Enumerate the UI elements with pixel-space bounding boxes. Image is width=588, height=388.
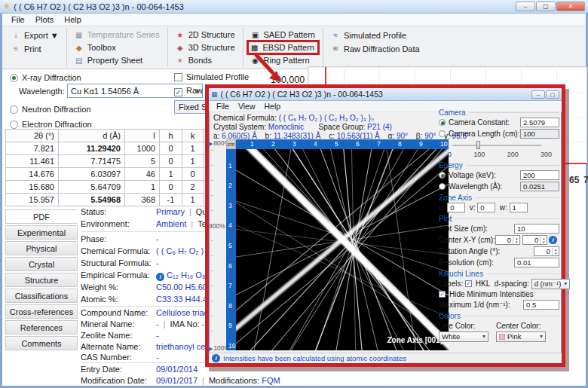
popup-crystal-info: Chemical Formula: ( ( C₆ H₇ O₂ ) ( C₂ H₃…	[209, 112, 435, 139]
column-header[interactable]: h	[160, 130, 182, 142]
popup-minimize-button[interactable]: ‒	[531, 90, 545, 99]
center-x-stepper[interactable]: 0▴▾	[495, 235, 520, 245]
radio-icon[interactable]	[439, 119, 446, 126]
ruler-tick: 4	[314, 140, 317, 148]
wavelength-value: Cu Kα1 1.54056 Å	[71, 87, 139, 96]
tab-physical[interactable]: Physical	[5, 241, 78, 255]
ebsd-wavelength-input[interactable]: 0.0251	[520, 182, 559, 191]
tab-pdf[interactable]: PDF	[5, 209, 78, 224]
ruler-tick: 10	[228, 342, 235, 350]
xray-diffraction-label: X-ray Diffraction	[22, 73, 81, 82]
w-label: w:	[500, 203, 507, 212]
camera-length-label: Camera Length (cm):	[449, 130, 519, 138]
popup-menu-help[interactable]: Help	[260, 102, 286, 111]
annotation-arrow	[250, 51, 290, 87]
field-label: Empirical Formula:	[81, 270, 156, 280]
center-color-value: Pink	[507, 332, 521, 341]
checkbox-icon	[174, 73, 182, 81]
plot-size-input[interactable]: 10	[514, 224, 559, 234]
menu-plots[interactable]: Plots	[30, 14, 59, 25]
tab-references[interactable]: References	[5, 320, 78, 335]
center-y-stepper[interactable]: 0▴▾	[522, 235, 547, 245]
property-sheet-button[interactable]: ▤ Property Sheet	[72, 54, 162, 66]
electron-diffraction-radio[interactable]: Electron Diffraction	[10, 120, 92, 129]
camera-constant-input[interactable]: 2.5079	[520, 118, 559, 127]
ruler-tick: 2	[228, 182, 232, 189]
table-row[interactable]: 11.4617.71475501	[6, 155, 212, 168]
neutron-diffraction-radio[interactable]: Neutron Diffraction	[10, 105, 91, 114]
temperature-series-button: ▦ Temperature Series	[72, 29, 162, 41]
hkl-checkbox[interactable]	[465, 280, 472, 287]
simulated-profile-checkbox[interactable]: Simulated Profile	[174, 72, 249, 81]
column-header[interactable]: I	[125, 130, 160, 142]
slider-handle[interactable]	[476, 141, 480, 149]
ima-label: IMA No:	[170, 319, 200, 328]
info-icon: i	[212, 354, 220, 362]
column-header[interactable]: k	[182, 130, 204, 142]
voltage-input[interactable]: 200	[520, 170, 559, 180]
export-button[interactable]: ↓ Export ▼	[9, 29, 61, 41]
simulated-profile-button[interactable]: ≈ Simulated Profile	[329, 29, 422, 41]
kikuchi-pattern-plot[interactable]: Zone Axis [001]	[236, 149, 449, 350]
zoom-scale-line	[211, 150, 213, 341]
toolbox-button[interactable]: ◆ Toolbox	[72, 41, 162, 53]
ruler-tick: 3	[228, 202, 232, 209]
info-icon[interactable]: i	[156, 273, 164, 281]
tab-comments[interactable]: Comments	[5, 336, 78, 350]
spinner-arrows-icon[interactable]: ▴▾	[513, 237, 519, 244]
field-weight-percent: Weight %:C50.00 H5.60 O	[81, 283, 216, 294]
table-row[interactable]: 15.9575.54968368-11	[6, 194, 212, 206]
raw-diffraction-button[interactable]: ≋ Raw Diffraction Data	[329, 42, 422, 55]
line-color-select[interactable]: White▾	[439, 331, 488, 342]
temperature-series-icon: ▦	[75, 31, 84, 39]
table-row[interactable]: 15.6805.64709102	[6, 181, 212, 194]
info-icon[interactable]: i	[549, 236, 557, 244]
resolution-input[interactable]: 0.01	[514, 258, 559, 267]
tab-experimental[interactable]: Experimental	[5, 225, 78, 240]
close-button[interactable]: ✕	[556, 2, 585, 11]
colors-group-title: Colors	[439, 311, 559, 321]
3d-structure-button[interactable]: ◈ 3D Structure	[173, 41, 237, 53]
tab-cross-references[interactable]: Cross-references	[5, 304, 78, 319]
menu-help[interactable]: Help	[59, 14, 87, 25]
saed-pattern-button[interactable]: ▣ SAED Pattern	[249, 29, 317, 41]
zoom-400[interactable]: 400%	[209, 222, 225, 230]
2d-structure-button[interactable]: ★ 2D Structure	[173, 29, 237, 41]
center-color-select[interactable]: Pink▾	[496, 331, 546, 342]
maximum-1d-input[interactable]: 0.5	[523, 300, 559, 310]
radio-icon[interactable]	[439, 172, 446, 179]
minimize-button[interactable]: ‒	[516, 2, 535, 11]
menu-file[interactable]: File	[6, 14, 30, 25]
rotation-angle-stepper[interactable]: 0▴▾	[534, 246, 559, 256]
column-header[interactable]: d (Å)	[59, 130, 125, 142]
spinner-arrows-icon[interactable]: ▴▾	[552, 248, 559, 255]
tab-classifications[interactable]: Classifications	[5, 289, 78, 303]
xray-diffraction-radio[interactable]: X-ray Diffraction	[10, 73, 81, 82]
zone-axis-row: u: 0 v: 0 w: 1	[439, 203, 559, 212]
kikuchi-line	[236, 161, 449, 304]
print-button[interactable]: ≡ Print	[9, 42, 61, 55]
camera-length-input[interactable]: 100	[520, 129, 559, 139]
popup-menu-view[interactable]: View	[234, 102, 260, 111]
popup-maximize-button[interactable]: ▢	[546, 90, 559, 99]
popup-menu-file[interactable]: File	[212, 102, 234, 111]
tab-crystal[interactable]: Crystal	[5, 257, 78, 271]
radio-icon[interactable]	[439, 130, 446, 137]
ruler-tick: 2	[271, 140, 275, 148]
tab-structure[interactable]: Structure	[5, 273, 78, 287]
table-row[interactable]: 7.82111.29420100001	[6, 142, 212, 155]
d-spacing-select[interactable]: d (nm⁻¹)▾	[531, 279, 571, 289]
divider	[81, 362, 204, 363]
w-input[interactable]: 1	[510, 203, 528, 212]
table-row[interactable]: 14.6766.030974610	[6, 168, 212, 181]
u-input[interactable]: 0	[447, 203, 465, 212]
ruler-tick: 1	[250, 140, 254, 148]
v-input[interactable]: 0	[477, 203, 495, 212]
hide-min-intensities-checkbox[interactable]	[439, 291, 446, 298]
table-cell: 368	[125, 194, 160, 206]
spinner-arrows-icon[interactable]: ▴▾	[540, 237, 547, 244]
maximize-button[interactable]: ▢	[536, 2, 556, 11]
bonds-button[interactable]: × Bonds	[173, 54, 237, 66]
column-header[interactable]: 2θ (°)	[6, 130, 59, 142]
radio-icon[interactable]	[439, 183, 446, 190]
